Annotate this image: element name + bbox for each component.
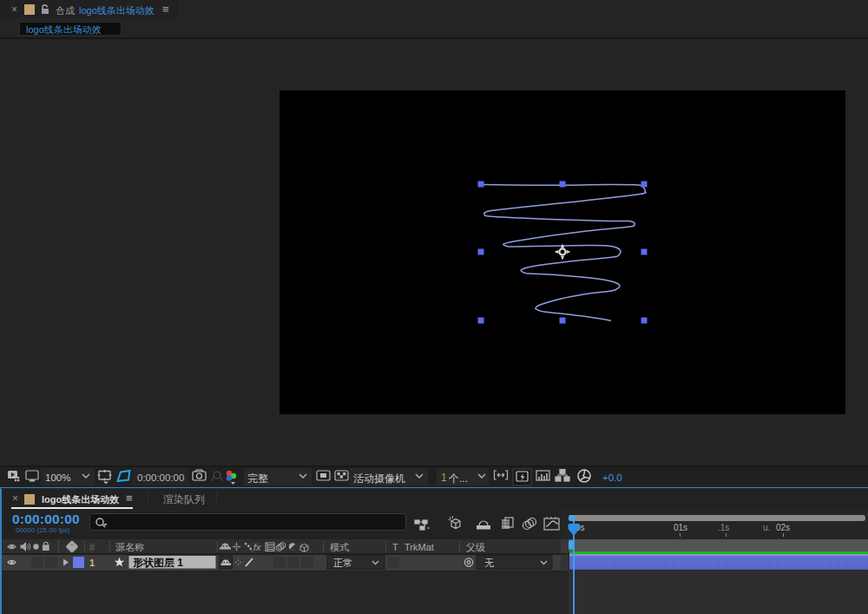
svg-text:#: # <box>89 542 95 552</box>
svg-text:正常: 正常 <box>333 558 352 568</box>
svg-text:模式: 模式 <box>330 542 349 552</box>
svg-text:父级: 父级 <box>466 542 485 552</box>
svg-text:T: T <box>392 542 398 552</box>
svg-text:fx: fx <box>253 542 261 552</box>
svg-text:源名称: 源名称 <box>115 542 144 552</box>
svg-text:无: 无 <box>484 558 494 568</box>
svg-text:1: 1 <box>89 558 95 568</box>
svg-text:TrkMat: TrkMat <box>404 542 434 552</box>
svg-text:形状图层 1: 形状图层 1 <box>132 557 183 569</box>
